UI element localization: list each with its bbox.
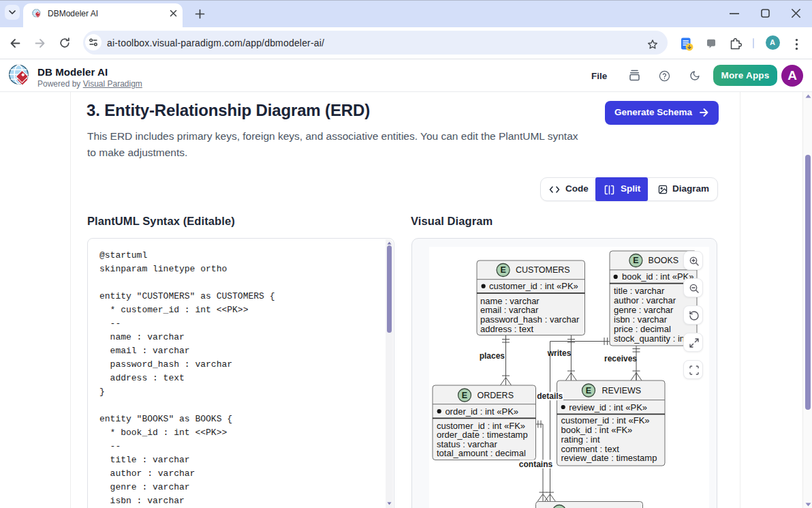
- svg-text:review_date : timestamp: review_date : timestamp: [561, 453, 657, 463]
- svg-text:E: E: [633, 256, 638, 265]
- svg-text:contains: contains: [519, 460, 553, 469]
- svg-text:address : text: address : text: [480, 324, 533, 334]
- svg-text:ORDERS: ORDERS: [478, 391, 514, 400]
- svg-text:E: E: [586, 386, 591, 395]
- svg-text:BOOKS: BOOKS: [649, 256, 678, 265]
- svg-text:stock_quantity : int: stock_quantity : int: [614, 333, 687, 344]
- svg-text:details: details: [537, 391, 563, 401]
- svg-text:isbn : varchar: isbn : varchar: [614, 314, 668, 325]
- svg-text:genre : varchar: genre : varchar: [614, 305, 674, 315]
- svg-text:E: E: [462, 391, 467, 400]
- svg-text:customer_id : int «PK»: customer_id : int «PK»: [489, 281, 578, 291]
- svg-text:price : decimal: price : decimal: [614, 324, 671, 334]
- svg-text:CUSTOMERS: CUSTOMERS: [516, 265, 570, 275]
- svg-text:writes: writes: [547, 348, 572, 358]
- svg-text:review_id : int «PK»: review_id : int «PK»: [569, 402, 647, 413]
- svg-text:book_id : int «PK»: book_id : int «PK»: [622, 271, 694, 282]
- svg-text:author : varchar: author : varchar: [614, 295, 676, 305]
- svg-text:name : varchar: name : varchar: [480, 296, 540, 306]
- svg-text:REVIEWS: REVIEWS: [602, 386, 642, 395]
- svg-text:receives: receives: [604, 354, 637, 363]
- svg-text:E: E: [500, 265, 505, 275]
- svg-text:total_amount : decimal: total_amount : decimal: [437, 448, 526, 458]
- svg-text:email : varchar: email : varchar: [480, 305, 539, 315]
- svg-text:order_id : int «PK»: order_id : int «PK»: [445, 406, 518, 417]
- svg-text:password_hash : varchar: password_hash : varchar: [480, 314, 580, 325]
- svg-text:places: places: [480, 351, 505, 361]
- svg-text:title : varchar: title : varchar: [614, 286, 665, 296]
